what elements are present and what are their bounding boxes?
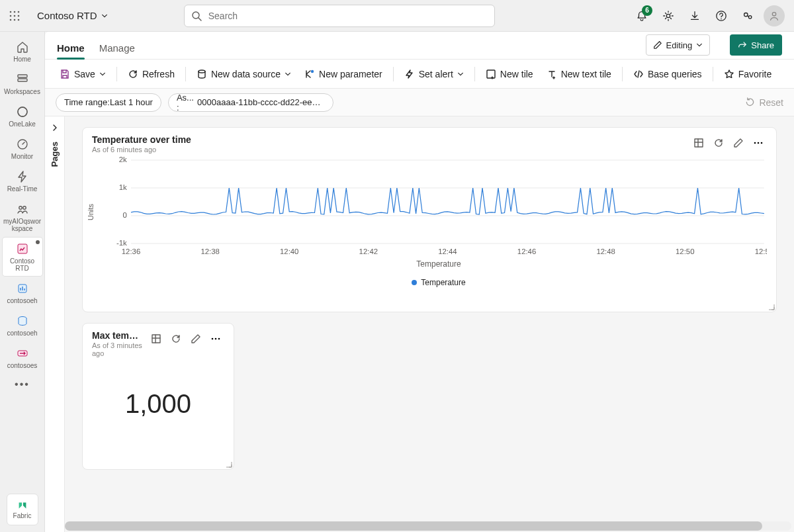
tile-title: Max tempera... [92,330,142,341]
workspace-picker[interactable]: Contoso RTD [32,7,113,24]
refresh-button[interactable]: Refresh [122,64,180,85]
expand-pages-button[interactable] [48,120,62,135]
tile-icon [486,69,496,79]
share-label: Share [751,40,774,50]
app-launcher-button[interactable] [4,5,25,26]
eventhouse-icon [15,281,30,296]
svg-point-12 [721,18,722,19]
tile-actions [690,134,767,152]
account-button[interactable] [762,4,786,28]
scroll-thumb[interactable] [65,521,762,531]
share-icon [738,40,747,50]
edit-tile-button[interactable] [187,330,204,347]
rail-label: Home [13,56,31,63]
resize-icon [768,304,775,310]
set-alert-button[interactable]: Set alert [399,64,469,85]
svg-point-53 [218,338,220,340]
reset-button[interactable]: Reset [745,97,783,108]
refresh-tile-button[interactable] [167,330,185,347]
gear-icon [662,10,674,22]
svg-point-1 [14,11,16,13]
tile-temperature-over-time[interactable]: Temperature over time As of 6 minutes ag… [82,127,777,312]
help-button[interactable] [709,4,733,28]
save-button[interactable]: Save [54,64,111,85]
parameter-pill[interactable]: As... : 0000aaaa-11bb-cccc-dd22-eeeee... [168,93,333,112]
new-tile-button[interactable]: New tile [480,64,539,85]
rail-more[interactable]: ••• [3,375,42,394]
pages-label: Pages [50,142,60,167]
line-chart: -1k01k2k12:3612:3812:4012:4212:4412:4612… [110,156,767,255]
avatar [764,5,785,26]
onelake-icon [15,105,30,119]
rail-contosoeh-1[interactable]: contosoeh [3,277,42,308]
tab-home[interactable]: Home [57,42,85,59]
notifications-button[interactable]: 6 [630,4,654,28]
svg-text:12:42: 12:42 [359,247,378,255]
feedback-icon [742,10,754,22]
explore-button[interactable] [690,134,707,152]
new-data-source-button[interactable]: New data source [191,64,296,85]
resize-handle[interactable] [226,461,232,468]
rail-contoso-rtd[interactable]: Contoso RTD [3,238,42,276]
rail-monitor[interactable]: Monitor [3,133,42,164]
chart-legend: Temperature [110,278,767,287]
resize-handle[interactable] [768,304,775,310]
base-queries-button[interactable]: Base queries [628,64,707,85]
refresh-icon [713,138,724,148]
editing-label: Editing [666,40,693,50]
horizontal-scrollbar[interactable] [65,521,791,531]
star-icon [724,69,734,79]
pill-label: Time range: [64,97,110,107]
tile-more-button[interactable] [750,134,767,152]
rail-workspaces[interactable]: Workspaces [3,68,42,99]
text-tile-icon [547,69,557,79]
pill-label: As... : [177,93,197,112]
rail-contosoeh-2[interactable]: contosoeh [3,310,42,341]
svg-point-52 [215,338,217,340]
rail-onelake[interactable]: OneLake [3,101,42,132]
svg-rect-29 [695,139,703,147]
legend-swatch [412,280,417,285]
legend-label: Temperature [421,278,465,287]
notifications-badge: 6 [642,5,652,16]
feedback-button[interactable] [736,4,760,28]
favorite-button[interactable]: Favorite [719,64,777,85]
dashboard-icon [15,242,30,256]
rail-label: contosoeh [7,297,37,304]
svg-point-51 [212,338,214,340]
rail-contosoes[interactable]: contosoes [3,342,42,373]
edit-tile-button[interactable] [730,134,747,152]
time-range-pill[interactable]: Time range: Last 1 hour [56,93,161,112]
editing-mode-button[interactable]: Editing [646,34,711,56]
reset-label: Reset [759,97,783,108]
toolbar-label: New text tile [561,69,611,79]
explore-button[interactable] [148,330,165,347]
chevron-down-icon [696,42,703,48]
svg-point-27 [311,69,314,72]
rail-myaioqsworkspace[interactable]: myAIOqsworkspace [3,198,42,236]
refresh-tile-button[interactable] [710,134,727,152]
rail-realtime[interactable]: Real-Time [3,165,42,197]
tile-more-button[interactable] [207,330,224,347]
settings-button[interactable] [656,4,680,28]
new-parameter-button[interactable]: New parameter [299,64,388,85]
pill-value: 0000aaaa-11bb-cccc-dd22-eeeee... [197,97,325,107]
searchbox[interactable] [184,5,495,27]
code-icon [633,69,644,79]
share-button[interactable]: Share [730,34,782,56]
svg-point-10 [666,14,670,17]
tile-max-temperature[interactable]: Max tempera... As of 3 minutes ago 1,000 [82,323,234,470]
search-input[interactable] [207,10,488,22]
rail-label: Monitor [11,153,33,160]
dashboard-area[interactable]: Temperature over time As of 6 minutes ag… [65,116,794,520]
fabric-switcher[interactable]: Fabric [7,494,38,525]
rail-home[interactable]: Home [3,36,42,67]
workspaces-icon [15,72,30,87]
new-text-tile-button[interactable]: New text tile [541,64,617,85]
reset-icon [745,97,755,107]
download-button[interactable] [683,4,707,28]
svg-text:12:50: 12:50 [676,247,694,255]
tab-manage[interactable]: Manage [99,42,135,59]
kql-db-icon [15,314,30,328]
rail-label: contosoes [7,362,38,369]
